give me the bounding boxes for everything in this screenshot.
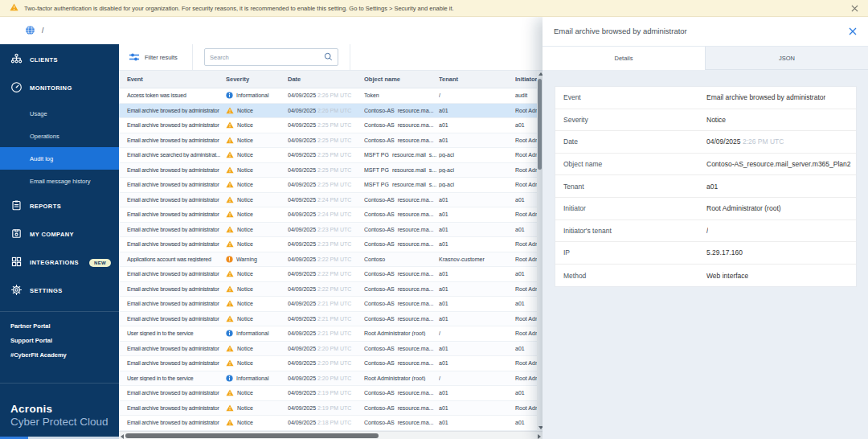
cell-initiator: Root Administrator (root) <box>515 330 537 336</box>
cell-date: 04/09/2025 2:22 PM UTC <box>288 286 364 292</box>
table-row[interactable]: User signed in to the serviceInformation… <box>119 326 537 342</box>
sidebar-item-reports[interactable]: REPORTS <box>0 192 119 220</box>
tab-details[interactable]: Details <box>542 47 705 70</box>
table-row[interactable]: Email archive browsed by administratorNo… <box>119 178 537 193</box>
date-value: 04/09/2025 <box>288 197 316 203</box>
sidebar-item-audit-log[interactable]: Audit log <box>0 147 119 170</box>
cell-date: 04/09/2025 2:26 PM UTC <box>288 92 364 98</box>
scroll-right-arrow[interactable] <box>538 434 541 439</box>
cell-date: 04/09/2025 2:25 PM UTC <box>288 152 364 158</box>
search-icon[interactable] <box>324 50 333 64</box>
cell-initiator: audit_ <box>515 92 537 98</box>
sidebar-item-settings[interactable]: SETTINGS <box>0 277 119 305</box>
info-circle-icon <box>226 92 233 99</box>
sidebar-item-monitoring[interactable]: MONITORING <box>0 74 119 102</box>
table-row[interactable]: Email archive browsed by administratorNo… <box>119 223 537 238</box>
table-row[interactable]: Email archive browsed by administratorNo… <box>119 312 537 327</box>
date-value: 04/09/2025 <box>288 137 316 143</box>
panel-close-icon[interactable] <box>849 27 857 35</box>
sidebar-item-label: REPORTS <box>30 203 61 210</box>
scroll-left-arrow[interactable] <box>121 434 124 439</box>
sidebar-link-partner-portal[interactable]: Partner Portal <box>0 318 119 333</box>
notice-triangle-icon <box>226 181 234 188</box>
severity-label: Notice <box>237 390 253 396</box>
horizontal-scrollbar[interactable] <box>119 431 542 439</box>
cell-object-name: Contoso <box>364 256 439 262</box>
company-icon <box>10 228 23 241</box>
vertical-scrollbar-thumb[interactable] <box>538 79 542 170</box>
table-row[interactable]: Email archive browsed by administratorNo… <box>119 193 537 208</box>
tab-json[interactable]: JSON <box>705 47 868 70</box>
notice-triangle-icon <box>226 270 234 277</box>
sidebar-item-my-company[interactable]: MY COMPANY <box>0 220 119 248</box>
filter-results-button[interactable]: Filter results <box>129 44 178 71</box>
sidebar-item-integrations[interactable]: INTEGRATIONSNEW <box>0 248 119 277</box>
detail-field-initiator: InitiatorRoot Administrator (root) <box>555 198 856 220</box>
cell-initiator: Root Administrator (root) <box>515 405 537 411</box>
acronis-logo: Acronis Cyber Protect Cloud Powered by A… <box>0 390 119 439</box>
table-row[interactable]: Email archive browsed by administratorNo… <box>119 163 537 178</box>
date-value: 04/09/2025 <box>288 271 316 277</box>
date-value: 04/09/2025 <box>288 346 316 351</box>
table-row[interactable]: Email archive browsed by administratorNo… <box>119 237 537 252</box>
sidebar-item-usage[interactable]: Usage <box>0 102 119 125</box>
column-header-event[interactable]: Event <box>119 76 226 83</box>
search-input[interactable] <box>210 54 324 61</box>
cell-tenant: a01 <box>439 122 515 128</box>
cell-date: 04/09/2025 2:20 PM UTC <box>288 375 364 381</box>
notice-triangle-icon <box>226 240 234 248</box>
table-row[interactable]: Email archive browsed by administratorNo… <box>119 104 537 119</box>
cell-event: Email archive browsed by administrator <box>119 122 226 128</box>
table-row[interactable]: Applications account was registeredWarni… <box>119 252 537 268</box>
cell-event: Access token was issued <box>119 92 226 98</box>
cell-tenant: a01 <box>439 420 515 425</box>
sidebar-item-clients[interactable]: CLIENTS <box>0 46 119 74</box>
detail-field-date: Date04/09/2025 2:26 PM UTC <box>555 131 856 154</box>
breadcrumb[interactable]: / <box>42 27 43 35</box>
table-row[interactable]: Email archive browsed by administratorNo… <box>119 282 537 297</box>
table-row[interactable]: Access token was issuedInformational04/0… <box>119 88 537 104</box>
horizontal-scrollbar-thumb[interactable] <box>125 433 379 438</box>
warning-triangle-icon <box>10 3 18 13</box>
cell-object-name: Contoso-AS_resource.ma... <box>364 227 439 232</box>
cell-initiator: a01 <box>515 122 537 128</box>
table-row[interactable]: Email archive browsed by administratorNo… <box>119 267 537 282</box>
sidebar-item-email-message-history[interactable]: Email message history <box>0 170 119 192</box>
sidebar-link--cyberfit-academy[interactable]: #CyberFit Academy <box>0 347 119 362</box>
field-value: a01 <box>706 183 718 191</box>
field-label: Initiator <box>563 204 706 212</box>
column-header-date[interactable]: Date <box>288 76 364 83</box>
cell-tenant: a01 <box>439 316 515 322</box>
filter-results-label: Filter results <box>145 54 178 61</box>
cell-initiator: a01 <box>515 420 537 425</box>
field-value-muted: 2:26 PM UTC <box>741 137 784 146</box>
table-row[interactable]: Email archive browsed by administratorNo… <box>119 118 537 133</box>
table-row[interactable]: Email archive browsed by administratorNo… <box>119 342 537 357</box>
cell-date: 04/09/2025 2:21 PM UTC <box>288 330 364 336</box>
sidebar-divider <box>0 311 119 312</box>
vertical-scrollbar[interactable] <box>537 71 542 431</box>
column-header-object-name[interactable]: Object name <box>364 76 439 83</box>
table-row[interactable]: Email archive browsed by administratorNo… <box>119 386 537 401</box>
sidebar-link-support-portal[interactable]: Support Portal <box>0 333 119 347</box>
column-header-severity[interactable]: Severity <box>226 76 288 83</box>
cell-object-name: Contoso-AS_resource.ma... <box>364 211 439 217</box>
sidebar-item-operations[interactable]: Operations <box>0 125 119 147</box>
table-row[interactable]: Email archive browsed by administratorNo… <box>119 356 537 371</box>
notice-triangle-icon <box>226 285 234 293</box>
date-value: 04/09/2025 <box>288 301 316 306</box>
table-row[interactable]: Email archive browsed by administratorNo… <box>119 416 537 431</box>
column-header-tenant[interactable]: Tenant <box>439 76 515 83</box>
detail-field-tenant: Tenanta01 <box>555 175 856 198</box>
table-row[interactable]: Email archive searched by administrat...… <box>119 148 537 163</box>
table-row[interactable]: Email archive browsed by administratorNo… <box>119 297 537 312</box>
table-row[interactable]: Email archive browsed by administratorNo… <box>119 133 537 149</box>
cell-date: 04/09/2025 2:23 PM UTC <box>288 241 364 247</box>
banner-close-icon[interactable] <box>851 5 858 12</box>
sidebar-item-label: MY COMPANY <box>30 231 74 238</box>
table-row[interactable]: Email archive browsed by administratorNo… <box>119 401 537 416</box>
globe-icon[interactable] <box>25 25 35 37</box>
notice-triangle-icon <box>226 389 234 396</box>
table-row[interactable]: User signed in to the serviceInformation… <box>119 371 537 387</box>
table-row[interactable]: Email archive browsed by administratorNo… <box>119 207 537 223</box>
